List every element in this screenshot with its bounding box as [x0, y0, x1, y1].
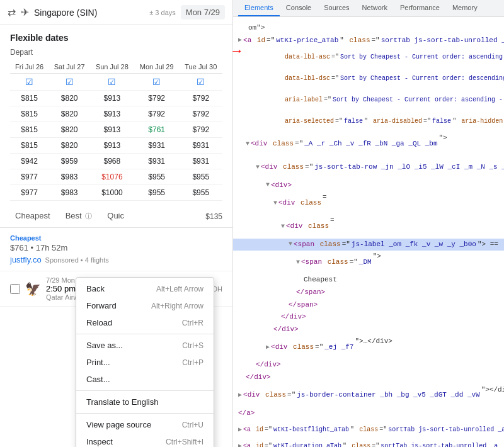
top-bar: ⇄ ✈ Singapore (SIN) ± 3 days Mon 7/29 [0, 0, 232, 25]
html-line: </a> [233, 407, 504, 420]
html-line: ▼ <div class="_A _r _Ch _v _fR _bN _ga _… [233, 132, 504, 156]
html-line: ▶ <a id="wtKI-duration_aTab" class="sort… [233, 441, 504, 447]
menu-divider-1 [76, 334, 214, 334]
context-translate[interactable]: Translate to English [76, 393, 214, 410]
html-line: ▶ <a id="wtKI-price_aTab" class="sortTab… [233, 35, 504, 47]
context-inspect[interactable]: Inspect Ctrl+Shift+I [76, 433, 214, 447]
price-col-header: $135 [132, 206, 225, 227]
devtools-tab-network[interactable]: Network [356, 0, 394, 16]
table-row: $815 $820 $913 $792 $792 [10, 106, 222, 122]
collapse-arrow[interactable]: ▼ [266, 180, 270, 190]
context-print[interactable]: Print... Ctrl+P [76, 354, 214, 371]
col-header-3: Mon Jul 29 [134, 60, 180, 74]
html-line: ▼ <div class= [233, 215, 504, 238]
menu-divider-3 [76, 413, 214, 414]
col-header-1: Sat Jul 27 [49, 60, 90, 74]
tab-best[interactable]: Best ⓘ [58, 206, 100, 227]
date-label[interactable]: Mon 7/29 [181, 5, 225, 20]
html-line-attrs2: data-lbl-dsc="Sort by Cheapest - Current… [233, 68, 504, 89]
table-row: $977 $983 $1000 $955 $955 [10, 185, 222, 201]
collapse-arrow[interactable]: ▼ [273, 198, 277, 208]
table-row: $815 $820 $913 $931 $931 [10, 138, 222, 154]
airline-icon: 🦅 [25, 281, 41, 297]
sponsored-text: Sponsored • 4 flights [45, 256, 109, 264]
checkbox-1[interactable]: ☑ [49, 74, 90, 91]
html-line: ▶ <div class="js-border-container _bh _b… [233, 384, 504, 407]
sort-tabs: Cheapest Best ⓘ Quic $135 [0, 201, 232, 228]
table-row: $815 $820 $913 $761 $792 [10, 122, 222, 138]
left-panel: ⇄ ✈ Singapore (SIN) ± 3 days Mon 7/29 Fl… [0, 0, 233, 447]
html-line-attrs4: aria-selected="false" aria-disabled="fal… [233, 111, 504, 132]
context-reload[interactable]: Reload Ctrl+R [76, 314, 214, 331]
html-line: </div> [233, 359, 504, 371]
table-row: $977 $983 $1076 $955 $955 [10, 169, 222, 185]
depart-label: Depart [10, 48, 222, 57]
tab-cheapest[interactable]: Cheapest [8, 206, 58, 227]
html-line: ▼ <div> [233, 179, 504, 192]
checkbox-4[interactable]: ☑ [180, 74, 222, 91]
info-icon: ⓘ [85, 212, 92, 220]
devtools-tab-console[interactable]: Console [280, 0, 318, 16]
col-header-4: Tue Jul 30 [180, 60, 222, 74]
html-line: ▶ <a id="wtKI-bestflight_aTab" class="so… [233, 419, 504, 441]
html-line: om"> [233, 22, 504, 35]
collapse-arrow[interactable]: ▼ [246, 139, 249, 149]
devtools-tabs: Elements Console Sources Network Perform… [233, 0, 504, 17]
html-line: ▼ <div class="js-sort-tab-row _jn _lO _i… [233, 156, 504, 179]
checkbox-2[interactable]: ☑ [90, 74, 134, 91]
html-line: </span> [233, 286, 504, 299]
table-row: $815 $820 $913 $792 $792 [10, 91, 222, 106]
right-panel: Elements Console Sources Network Perform… [233, 0, 504, 447]
html-line-attrs: data-lbl-asc="Sort by Cheapest - Current… [233, 47, 504, 68]
collapse-arrow[interactable]: ▼ [281, 222, 285, 232]
devtools-container: om"> ▶ <a id="wtKI-price_aTab" class="so… [233, 17, 504, 447]
col-header-0: Fri Jul 26 [10, 60, 49, 74]
context-cast[interactable]: Cast... [76, 371, 214, 388]
days-offset: ± 3 days [149, 9, 176, 16]
swap-icon[interactable]: ⇄ [8, 6, 16, 18]
cheapest-badge: Cheapest [10, 234, 222, 242]
flexible-dates-title: Flexible dates [10, 33, 222, 43]
tab-quickest[interactable]: Quic [100, 206, 132, 227]
collapse-arrow[interactable]: ▶ [238, 35, 242, 45]
flight-icon: ✈ [21, 6, 29, 18]
devtools-tab-performance[interactable]: Performance [394, 0, 446, 16]
html-line-selected[interactable]: ▼ <span class="js-label _om _fk _v _w _y… [233, 239, 504, 251]
brand-row: justfly.co Sponsored • 4 flights [10, 255, 222, 264]
checkbox-3[interactable]: ☑ [134, 74, 180, 91]
location-label: Singapore (SIN) [34, 8, 144, 18]
devtools-tab-elements[interactable]: Elements [238, 0, 280, 16]
html-line: </span> [233, 299, 504, 312]
price-time: $761 • 17h 52m [10, 243, 222, 252]
html-line: ▼ <span class="_DM"> [233, 251, 504, 274]
context-save[interactable]: Save as... Ctrl+S [76, 337, 214, 354]
html-line: ▼ <div class= [233, 191, 504, 215]
col-header-2: Sun Jul 28 [90, 60, 134, 74]
html-line: ▶ <div class="_ej _f7">…</div> [233, 336, 504, 359]
menu-divider-2 [76, 390, 214, 391]
context-forward[interactable]: Forward Alt+Right Arrow [76, 297, 214, 314]
devtools-tab-memory[interactable]: Memory [446, 0, 484, 16]
collapse-arrow[interactable]: ▼ [256, 162, 260, 173]
checkbox-0[interactable]: ☑ [10, 74, 49, 91]
context-menu: Back Alt+Left Arrow Forward Alt+Right Ar… [76, 277, 214, 447]
html-text-cheapest: Cheapest [233, 274, 504, 286]
html-line: </div> [233, 324, 504, 336]
html-inspector: om"> ▶ <a id="wtKI-price_aTab" class="so… [233, 17, 504, 447]
devtools: Elements Console Sources Network Perform… [233, 0, 504, 447]
context-back[interactable]: Back Alt+Left Arrow [76, 280, 214, 297]
html-line: </div> [233, 311, 504, 324]
date-grid: Fri Jul 26 Sat Jul 27 Sun Jul 28 Mon Jul… [10, 60, 222, 201]
flexible-dates-section: Flexible dates Depart Fri Jul 26 Sat Jul… [0, 25, 232, 201]
html-line: </div> [233, 371, 504, 384]
html-line-attrs3: aria-label="Sort by Cheapest - Current o… [233, 89, 504, 111]
brand-name[interactable]: justfly.co [10, 255, 42, 264]
context-viewsource[interactable]: View page source Ctrl+U [76, 416, 214, 433]
devtools-tab-sources[interactable]: Sources [318, 0, 355, 16]
flight-checkbox[interactable] [10, 284, 20, 294]
result-item: Cheapest $761 • 17h 52m justfly.co Spons… [0, 228, 232, 271]
table-row: $942 $959 $968 $931 $931 [10, 154, 222, 169]
